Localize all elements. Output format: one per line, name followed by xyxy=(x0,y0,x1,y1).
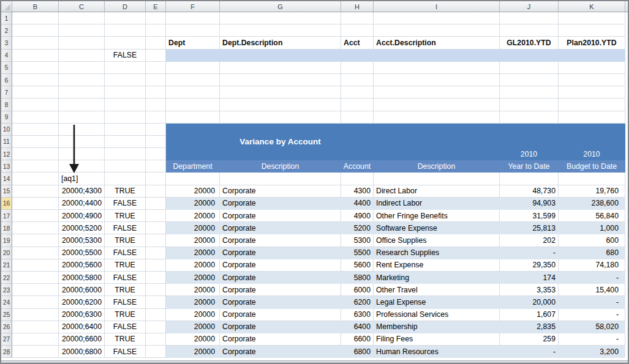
cell-I27[interactable]: Filing Fees xyxy=(374,333,500,346)
cell-B19[interactable] xyxy=(12,234,59,247)
cell-D14[interactable] xyxy=(105,173,146,185)
column-header-E[interactable]: E xyxy=(146,1,166,12)
cell-C5[interactable] xyxy=(59,62,105,74)
cell-J17[interactable]: 31,599 xyxy=(500,210,559,222)
cell-F4[interactable] xyxy=(166,50,220,62)
cell-I3[interactable]: Acct.Description xyxy=(374,37,500,49)
row-header-14[interactable]: 14 xyxy=(1,173,12,185)
cell-I16[interactable]: Indirect Labor xyxy=(374,198,500,210)
cell-E9[interactable] xyxy=(146,111,166,124)
horizontal-scroll-area[interactable] xyxy=(1,360,628,363)
column-header-I[interactable]: I xyxy=(374,1,500,12)
column-header-J[interactable]: J xyxy=(500,1,559,12)
cell-G2[interactable] xyxy=(220,24,341,37)
cell-D11[interactable] xyxy=(105,136,146,148)
cell-G9[interactable] xyxy=(220,111,341,124)
cell-K10[interactable] xyxy=(559,124,625,136)
cell-C17[interactable]: 20000;4900 xyxy=(59,210,105,222)
cell-J4[interactable] xyxy=(500,50,559,62)
cell-J6[interactable] xyxy=(500,74,559,86)
cell-D2[interactable] xyxy=(105,24,146,37)
cell-B8[interactable] xyxy=(12,98,59,111)
select-all-corner[interactable] xyxy=(1,1,12,12)
cell-C8[interactable] xyxy=(59,98,105,111)
cell-D10[interactable] xyxy=(105,124,146,136)
cell-G20[interactable]: Corporate xyxy=(220,247,341,259)
cell-J8[interactable] xyxy=(500,98,559,111)
cell-K7[interactable] xyxy=(559,86,625,98)
cell-D25[interactable]: TRUE xyxy=(105,309,146,321)
cell-E19[interactable] xyxy=(146,234,166,247)
cell-C10[interactable] xyxy=(59,124,105,136)
cell-F27[interactable]: 20000 xyxy=(166,333,220,346)
cell-C20[interactable]: 20000;5500 xyxy=(59,247,105,259)
cell-E4[interactable] xyxy=(146,50,166,62)
cell-K14[interactable] xyxy=(559,173,625,185)
cell-I8[interactable] xyxy=(374,98,500,111)
cell-H28[interactable]: 6800 xyxy=(341,346,374,358)
cell-K16[interactable]: 238,600 xyxy=(559,198,625,210)
cell-I15[interactable]: Direct Labor xyxy=(374,185,500,198)
cell-J10[interactable] xyxy=(500,124,559,136)
cell-D27[interactable]: TRUE xyxy=(105,333,146,346)
cell-C14[interactable]: [aq1] xyxy=(59,173,105,185)
cell-E5[interactable] xyxy=(146,62,166,74)
cell-J14[interactable] xyxy=(500,173,559,185)
cell-I24[interactable]: Legal Expense xyxy=(374,296,500,308)
cell-D8[interactable] xyxy=(105,98,146,111)
cell-D15[interactable]: TRUE xyxy=(105,185,146,198)
cell-C16[interactable]: 20000;4400 xyxy=(59,198,105,210)
cell-C12[interactable] xyxy=(59,148,105,160)
row-header-23[interactable]: 23 xyxy=(1,284,12,296)
cell-J7[interactable] xyxy=(500,86,559,98)
cell-I6[interactable] xyxy=(374,74,500,86)
cell-G21[interactable]: Corporate xyxy=(220,259,341,272)
cell-J9[interactable] xyxy=(500,111,559,124)
cell-D26[interactable]: FALSE xyxy=(105,321,146,333)
cell-G11[interactable]: Variance by Account xyxy=(220,136,341,148)
row-header-25[interactable]: 25 xyxy=(1,309,12,321)
cell-D19[interactable]: TRUE xyxy=(105,234,146,247)
cell-D23[interactable]: TRUE xyxy=(105,284,146,296)
cell-C15[interactable]: 20000;4300 xyxy=(59,185,105,198)
cell-D13[interactable] xyxy=(105,160,146,173)
cell-F25[interactable]: 20000 xyxy=(166,309,220,321)
cell-K19[interactable]: 600 xyxy=(559,234,625,247)
cell-B25[interactable] xyxy=(12,309,59,321)
row-header-24[interactable]: 24 xyxy=(1,296,12,308)
cell-F23[interactable]: 20000 xyxy=(166,284,220,296)
cell-I28[interactable]: Human Resources xyxy=(374,346,500,358)
cell-J20[interactable]: - xyxy=(500,247,559,259)
row-header-15[interactable]: 15 xyxy=(1,185,12,198)
cell-I12[interactable] xyxy=(374,148,500,160)
cell-G18[interactable]: Corporate xyxy=(220,222,341,234)
row-header-19[interactable]: 19 xyxy=(1,234,12,247)
cell-H27[interactable]: 6600 xyxy=(341,333,374,346)
cell-E16[interactable] xyxy=(146,198,166,210)
cell-C4[interactable] xyxy=(59,50,105,62)
row-header-10[interactable]: 10 xyxy=(1,124,12,136)
cell-H24[interactable]: 6200 xyxy=(341,296,374,308)
cell-F3[interactable]: Dept xyxy=(166,37,220,49)
row-header-11[interactable]: 11 xyxy=(1,136,12,148)
cell-K25[interactable]: - xyxy=(559,309,625,321)
cell-F6[interactable] xyxy=(166,74,220,86)
cell-F1[interactable] xyxy=(166,12,220,24)
cell-G22[interactable]: Corporate xyxy=(220,272,341,284)
cell-K21[interactable]: 74,180 xyxy=(559,259,625,272)
row-header-28[interactable]: 28 xyxy=(1,346,12,358)
cell-K4[interactable] xyxy=(559,50,625,62)
cell-K24[interactable]: - xyxy=(559,296,625,308)
cell-H19[interactable]: 5300 xyxy=(341,234,374,247)
row-header-4[interactable]: 4 xyxy=(1,50,12,62)
cell-C11[interactable] xyxy=(59,136,105,148)
cell-D16[interactable]: FALSE xyxy=(105,198,146,210)
cell-B27[interactable] xyxy=(12,333,59,346)
cell-B18[interactable] xyxy=(12,222,59,234)
cell-J23[interactable]: 3,353 xyxy=(500,284,559,296)
cell-J21[interactable]: 29,350 xyxy=(500,259,559,272)
cell-G26[interactable]: Corporate xyxy=(220,321,341,333)
cell-B5[interactable] xyxy=(12,62,59,74)
cell-E23[interactable] xyxy=(146,284,166,296)
cell-K12[interactable]: 2010 xyxy=(559,148,625,160)
